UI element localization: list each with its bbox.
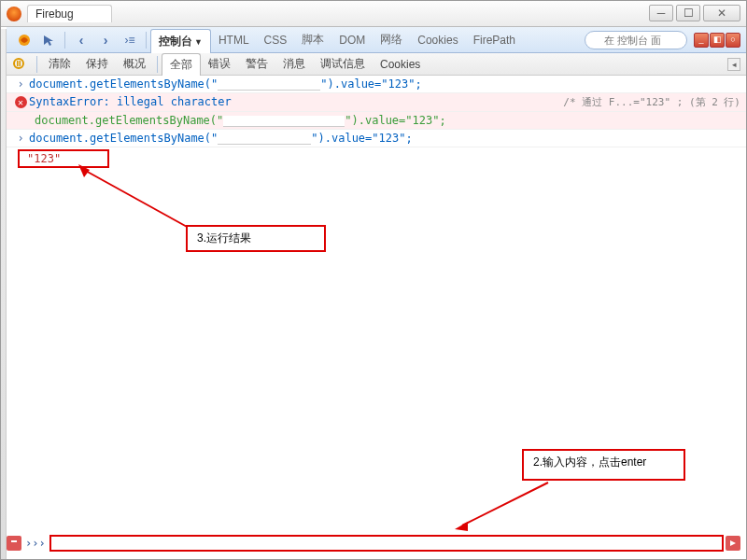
svg-marker-14 bbox=[730, 540, 736, 546]
search-input[interactable] bbox=[585, 31, 687, 49]
svg-marker-9 bbox=[78, 164, 90, 177]
separator bbox=[146, 32, 147, 49]
code-line: document.getElementsByName("").value="12… bbox=[29, 132, 740, 145]
annotation-arrow-3 bbox=[77, 164, 198, 234]
sub-profile[interactable]: 概况 bbox=[116, 53, 153, 75]
cmd-prompt: ››› bbox=[21, 537, 49, 550]
firefox-icon bbox=[7, 7, 21, 21]
svg-line-10 bbox=[462, 483, 548, 525]
console-row[interactable]: › document.getElementsByName("").value="… bbox=[7, 76, 746, 93]
separator bbox=[64, 32, 65, 49]
error-message: SyntaxError: illegal character bbox=[29, 95, 563, 108]
tab-css[interactable]: CSS bbox=[257, 30, 295, 50]
sub-warn[interactable]: 警告 bbox=[238, 53, 275, 75]
svg-rect-13 bbox=[11, 540, 17, 542]
forward-icon[interactable]: › bbox=[97, 32, 114, 49]
sub-persist[interactable]: 保持 bbox=[78, 53, 116, 75]
svg-rect-5 bbox=[20, 61, 21, 66]
command-bar: ››› bbox=[7, 533, 740, 553]
svg-rect-12 bbox=[9, 539, 19, 548]
chevron-down-icon: ▼ bbox=[194, 37, 203, 47]
tab-console[interactable]: 控制台▼ bbox=[150, 29, 211, 53]
svg-line-8 bbox=[84, 170, 189, 228]
close-button[interactable]: ✕ bbox=[703, 5, 740, 21]
tab-net[interactable]: 网络 bbox=[373, 28, 410, 51]
tab-firepath[interactable]: FirePath bbox=[466, 30, 523, 50]
titlebar: Firebug ─ ☐ ✕ bbox=[1, 1, 746, 27]
back-icon[interactable]: ‹ bbox=[73, 32, 90, 49]
cmd-right-icon[interactable] bbox=[726, 536, 740, 551]
console-row[interactable]: › document.getElementsByName("").value="… bbox=[7, 130, 746, 147]
minimize-button[interactable]: ─ bbox=[649, 5, 673, 21]
tab-console-label: 控制台 bbox=[159, 35, 192, 48]
command-input[interactable] bbox=[49, 535, 724, 552]
annotation-arrow-2 bbox=[455, 481, 557, 532]
console-error-row[interactable]: ✕ SyntaxError: illegal character /* 通过 F… bbox=[7, 93, 746, 112]
tab-cookies[interactable]: Cookies bbox=[410, 30, 465, 50]
sub-cookies[interactable]: Cookies bbox=[373, 55, 428, 74]
panel-buttons: _ ◧ ○ bbox=[693, 33, 740, 48]
tab-html[interactable]: HTML bbox=[211, 30, 257, 50]
code-line: document.getElementsByName("").value="12… bbox=[29, 77, 740, 91]
chevron-left-icon[interactable]: ◂ bbox=[727, 58, 740, 71]
prompt-icon: › bbox=[12, 132, 29, 145]
tab-script[interactable]: 脚本 bbox=[294, 28, 331, 51]
annotation-2: 2.输入内容，点击enter bbox=[522, 449, 685, 481]
sub-info[interactable]: 消息 bbox=[275, 53, 313, 75]
svg-point-3 bbox=[14, 59, 23, 68]
error-location[interactable]: /* 通过 F...="123" ; (第 2 行) bbox=[563, 95, 740, 109]
break-icon[interactable] bbox=[12, 57, 27, 72]
minimize-panel-button[interactable]: _ bbox=[694, 33, 709, 48]
console-body: › document.getElementsByName("").value="… bbox=[7, 76, 746, 533]
error-icon: ✕ bbox=[12, 95, 29, 108]
annotation-3: 3.运行结果 bbox=[186, 225, 326, 252]
sub-debug[interactable]: 调试信息 bbox=[313, 53, 373, 75]
maximize-button[interactable]: ☐ bbox=[676, 5, 700, 21]
search-wrap: _ ◧ ○ bbox=[585, 31, 740, 49]
sub-clear[interactable]: 清除 bbox=[41, 53, 78, 75]
svg-marker-11 bbox=[455, 522, 468, 531]
inspect-icon[interactable] bbox=[40, 32, 57, 49]
main-toolbar: ‹ › ›≡ 控制台▼ HTML CSS 脚本 DOM 网络 Cookies F… bbox=[7, 27, 746, 53]
window-controls: ─ ☐ ✕ bbox=[649, 5, 740, 21]
separator bbox=[157, 56, 158, 73]
step-icon[interactable]: ›≡ bbox=[121, 32, 138, 49]
sub-error[interactable]: 错误 bbox=[201, 53, 238, 75]
separator bbox=[36, 56, 37, 73]
code-line: document.getElementsByName("").value="12… bbox=[35, 114, 740, 127]
firebug-icon[interactable] bbox=[16, 32, 33, 49]
tab-dom[interactable]: DOM bbox=[331, 30, 373, 50]
close-panel-button[interactable]: ○ bbox=[726, 33, 740, 48]
sub-all[interactable]: 全部 bbox=[162, 53, 201, 76]
console-subbar: 清除 保持 概况 全部 错误 警告 消息 调试信息 Cookies ◂ bbox=[7, 53, 746, 76]
cmd-left-icon[interactable] bbox=[7, 536, 21, 551]
detach-panel-button[interactable]: ◧ bbox=[710, 33, 725, 48]
window-frame: Firebug ─ ☐ ✕ ‹ › ›≡ 控制台▼ HTML CSS 脚本 DO… bbox=[0, 0, 747, 560]
console-error-detail[interactable]: document.getElementsByName("").value="12… bbox=[7, 112, 746, 130]
window-title-tab[interactable]: Firebug bbox=[27, 5, 112, 22]
prompt-icon: › bbox=[12, 77, 29, 91]
svg-rect-4 bbox=[17, 61, 19, 66]
